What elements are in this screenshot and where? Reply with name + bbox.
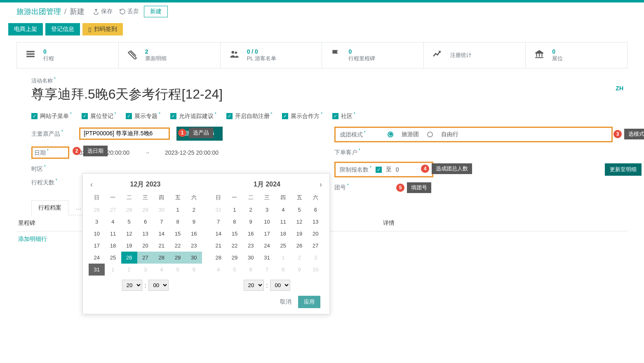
cal-day[interactable]: 23 bbox=[186, 240, 202, 252]
stat-tab-票面明细[interactable]: 2票面明细 bbox=[119, 42, 221, 68]
checkbox[interactable]: ✓ bbox=[332, 113, 338, 119]
cal-day[interactable]: 23 bbox=[243, 240, 259, 252]
cal-day[interactable]: 11 bbox=[275, 216, 291, 228]
cal-day[interactable]: 1 bbox=[169, 204, 186, 216]
cal-day[interactable]: 9 bbox=[186, 216, 202, 228]
cal-day[interactable]: 25 bbox=[105, 252, 121, 255]
cal-prev-icon[interactable]: ‹ bbox=[90, 180, 93, 189]
cal-day[interactable]: 30 bbox=[186, 252, 202, 255]
cal-day[interactable]: 12 bbox=[291, 216, 307, 228]
cal-next-icon[interactable]: › bbox=[320, 180, 322, 189]
cal-day[interactable]: 17 bbox=[89, 240, 105, 252]
cal-day[interactable]: 20 bbox=[137, 240, 153, 252]
cal-day[interactable]: 30 bbox=[153, 204, 169, 216]
cal-day[interactable]: 10 bbox=[259, 216, 275, 228]
cal-day[interactable]: 26 bbox=[121, 252, 137, 255]
cal-day[interactable]: 22 bbox=[169, 240, 186, 252]
cal-day[interactable]: 16 bbox=[243, 228, 259, 240]
checkbox[interactable]: ✓ bbox=[226, 113, 233, 119]
cal-day[interactable]: 24 bbox=[259, 240, 275, 252]
date-start[interactable]: 2023-12-24 20:00:00 bbox=[76, 149, 129, 156]
cal-day[interactable]: 9 bbox=[243, 216, 259, 228]
cal-day[interactable]: 15 bbox=[169, 228, 186, 240]
cal-day[interactable]: 13 bbox=[137, 228, 153, 240]
cal-day[interactable]: 21 bbox=[153, 240, 169, 252]
title-value[interactable]: 尊享迪拜.5晚6天参考行程[12-24] bbox=[31, 85, 613, 104]
cal-day[interactable]: 5 bbox=[291, 204, 307, 216]
cal-day[interactable]: 1 bbox=[275, 252, 291, 255]
cal-day[interactable]: 8 bbox=[226, 216, 242, 228]
cal-day[interactable]: 29 bbox=[169, 252, 186, 255]
cal-day[interactable]: 19 bbox=[121, 240, 137, 252]
cal-day[interactable]: 24 bbox=[89, 252, 105, 255]
cal-day[interactable]: 6 bbox=[137, 216, 153, 228]
cal-day[interactable]: 7 bbox=[210, 216, 226, 228]
cal-day[interactable]: 26 bbox=[291, 240, 307, 252]
cal-day[interactable]: 1 bbox=[226, 204, 242, 216]
limit-checkbox[interactable]: ✓ bbox=[376, 167, 382, 173]
limit-value[interactable]: 0 bbox=[396, 166, 399, 173]
cal-day[interactable]: 31 bbox=[210, 204, 226, 216]
cal-day[interactable]: 8 bbox=[169, 216, 186, 228]
cal-day[interactable]: 28 bbox=[153, 252, 169, 255]
radio-tour[interactable] bbox=[388, 132, 393, 137]
cal-day[interactable]: 28 bbox=[121, 204, 137, 216]
cal-day[interactable]: 25 bbox=[275, 240, 291, 252]
cal-day[interactable]: 2 bbox=[186, 204, 202, 216]
cal-day[interactable]: 30 bbox=[243, 252, 259, 255]
cal-day[interactable]: 3 bbox=[259, 204, 275, 216]
cal-day[interactable]: 2 bbox=[291, 252, 307, 255]
cal-day[interactable]: 20 bbox=[308, 228, 324, 240]
cal-day[interactable]: 14 bbox=[153, 228, 169, 240]
checkbox[interactable]: ✓ bbox=[126, 113, 132, 119]
stat-tab-行程[interactable]: 0行程 bbox=[17, 42, 119, 68]
product-route-button[interactable]: 路 选产品 5 bbox=[176, 127, 223, 141]
radio-free[interactable] bbox=[427, 132, 433, 137]
checkbox[interactable]: ✓ bbox=[31, 113, 38, 119]
checkbox[interactable]: ✓ bbox=[82, 113, 88, 119]
cal-day[interactable]: 31 bbox=[259, 252, 275, 255]
cal-day[interactable]: 17 bbox=[259, 228, 275, 240]
cal-day[interactable]: 5 bbox=[121, 216, 137, 228]
date-end[interactable]: 2023-12-25 20:00:00 bbox=[165, 149, 219, 156]
lang-badge[interactable]: ZH bbox=[616, 85, 623, 92]
cal-day[interactable]: 27 bbox=[105, 204, 121, 216]
tab-other[interactable]: … bbox=[68, 200, 82, 215]
stat-tab-展位[interactable]: 0展位 bbox=[526, 42, 627, 68]
cal-day[interactable]: 6 bbox=[308, 204, 324, 216]
stat-tab-注册统计[interactable]: 注册统计 bbox=[424, 42, 526, 68]
discard-button[interactable]: 丢弃 bbox=[119, 8, 139, 15]
cal-day[interactable]: 18 bbox=[105, 240, 121, 252]
cal-day[interactable]: 27 bbox=[137, 252, 153, 255]
cal-day[interactable]: 11 bbox=[105, 228, 121, 240]
cal-day[interactable]: 18 bbox=[275, 228, 291, 240]
ecommerce-button[interactable]: 电商上架 bbox=[8, 23, 43, 35]
cal-day[interactable]: 19 bbox=[291, 228, 307, 240]
save-button[interactable]: 保存 bbox=[93, 8, 113, 15]
cal-day[interactable]: 2 bbox=[243, 204, 259, 216]
tab-archive[interactable]: 行程档案 bbox=[31, 200, 68, 215]
product-input[interactable] bbox=[79, 127, 170, 140]
cal-day[interactable]: 21 bbox=[210, 240, 226, 252]
cal-day[interactable]: 3 bbox=[89, 216, 105, 228]
checkbox[interactable]: ✓ bbox=[282, 113, 288, 119]
cal-day[interactable]: 13 bbox=[308, 216, 324, 228]
cal-day[interactable]: 26 bbox=[89, 204, 105, 216]
cal-day[interactable]: 28 bbox=[210, 252, 226, 255]
new-button[interactable]: 新建 bbox=[144, 6, 168, 17]
cal-day[interactable]: 12 bbox=[121, 228, 137, 240]
cal-day[interactable]: 29 bbox=[226, 252, 242, 255]
scan-checkin-button[interactable]: ▯扫码签到 bbox=[82, 23, 123, 35]
cal-day[interactable]: 4 bbox=[275, 204, 291, 216]
cal-day[interactable]: 27 bbox=[308, 240, 324, 252]
cal-day[interactable]: 3 bbox=[308, 252, 324, 255]
register-info-button[interactable]: 登记信息 bbox=[45, 23, 80, 35]
cal-day[interactable]: 15 bbox=[226, 228, 242, 240]
cal-day[interactable]: 16 bbox=[186, 228, 202, 240]
cal-day[interactable]: 14 bbox=[210, 228, 226, 240]
stat-tab-行程里程碑[interactable]: 0行程里程碑 bbox=[322, 42, 424, 68]
cal-day[interactable]: 29 bbox=[137, 204, 153, 216]
cal-day[interactable]: 4 bbox=[105, 216, 121, 228]
cal-day[interactable]: 10 bbox=[89, 228, 105, 240]
update-detail-button[interactable]: 更新至明细 bbox=[605, 163, 642, 176]
